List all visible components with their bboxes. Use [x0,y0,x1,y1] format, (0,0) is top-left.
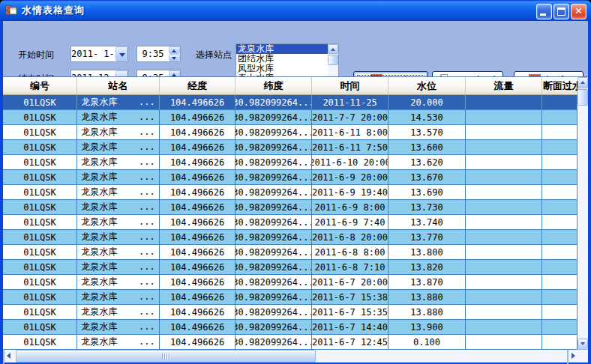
table-cell[interactable]: 30.982099264... [236,245,312,259]
table-cell[interactable]: 104.496626 [160,335,236,349]
table-cell[interactable] [466,155,542,169]
scroll-left-icon[interactable] [3,349,4,364]
table-cell[interactable]: 01LQSK [3,185,77,199]
table-cell[interactable]: 01LQSK [3,275,77,289]
table-cell[interactable]: 龙泉水库 ... [77,215,160,229]
table-cell[interactable]: 104.496626 [160,185,236,199]
table-row[interactable]: 01LQSK龙泉水库 ...104.49662630.982099264...2… [3,215,578,230]
table-cell[interactable]: 2011-6-11 7:50 [312,140,388,154]
table-cell[interactable]: 13.600 [388,140,466,154]
table-cell[interactable]: 30.982099264... [236,155,312,169]
table-cell[interactable]: 13.870 [388,275,466,289]
table-row[interactable]: 01LQSK龙泉水库 ...104.49662630.982099264...2… [3,125,578,140]
table-cell[interactable] [542,260,578,274]
table-row[interactable]: 01LQSK龙泉水库 ...104.49662630.982099264...2… [3,335,578,350]
table-cell[interactable]: 龙泉水库 ... [77,335,160,349]
table-cell[interactable]: 01LQSK [3,170,77,184]
table-cell[interactable]: 01LQSK [3,95,77,109]
vertical-scrollbar[interactable] [578,77,588,350]
table-cell[interactable]: 104.496626 [160,320,236,334]
minimize-button[interactable] [536,4,552,19]
table-cell[interactable]: 01LQSK [3,245,77,259]
table-cell[interactable]: 2011-6-7 20:00 [312,275,388,289]
table-cell[interactable]: 13.730 [388,200,466,214]
table-row[interactable]: 01LQSK龙泉水库 ...104.49662630.982099264...2… [3,200,578,215]
table-cell[interactable] [542,200,578,214]
table-cell[interactable]: 30.982099264... [236,230,312,244]
table-cell[interactable]: 13.740 [388,215,466,229]
column-header[interactable]: 时间 [312,77,388,94]
table-cell[interactable]: 龙泉水库 ... [77,110,160,124]
table-cell[interactable]: 13.690 [388,185,466,199]
table-cell[interactable]: 13.900 [388,320,466,334]
table-cell[interactable]: 2011-6-7 15:35 [312,305,388,319]
start-date-dropdown-icon[interactable] [116,46,128,61]
scroll-right-icon[interactable] [567,349,568,364]
table-cell[interactable] [466,170,542,184]
column-header[interactable]: 纬度 [236,77,312,94]
table-cell[interactable]: 龙泉水库 ... [77,320,160,334]
table-cell[interactable]: 30.982099264... [236,185,312,199]
table-cell[interactable]: 30.982099264... [236,215,312,229]
table-cell[interactable]: 104.496626 [160,230,236,244]
table-cell[interactable] [466,260,542,274]
column-header[interactable]: 断面过水 [542,77,578,94]
table-cell[interactable]: 104.496626 [160,200,236,214]
table-cell[interactable] [466,290,542,304]
table-cell[interactable]: 龙泉水库 ... [77,125,160,139]
table-cell[interactable]: 2011-6-8 8:00 [312,245,388,259]
table-cell[interactable] [466,200,542,214]
table-cell[interactable]: 2011-6-9 19:40 [312,185,388,199]
table-cell[interactable] [542,275,578,289]
table-cell[interactable] [542,110,578,124]
table-cell[interactable]: 30.982099264... [236,170,312,184]
table-cell[interactable]: 2011-6-7 15:38 [312,290,388,304]
table-cell[interactable]: 01LQSK [3,305,77,319]
scroll-up-icon[interactable] [578,77,588,88]
table-cell[interactable] [542,170,578,184]
table-cell[interactable]: 01LQSK [3,290,77,304]
table-cell[interactable]: 104.496626 [160,275,236,289]
table-cell[interactable]: 104.496626 [160,140,236,154]
table-cell[interactable]: 14.530 [388,110,466,124]
table-cell[interactable] [466,275,542,289]
table-cell[interactable]: 30.982099264... [236,260,312,274]
table-cell[interactable]: 01LQSK [3,260,77,274]
table-cell[interactable]: 30.982099264... [236,290,312,304]
table-cell[interactable] [466,110,542,124]
column-header[interactable]: 编号 [3,77,77,94]
table-cell[interactable] [466,320,542,334]
table-cell[interactable]: 2011-11-25 [312,95,388,109]
scroll-thumb[interactable] [328,55,338,65]
table-cell[interactable] [466,335,542,349]
table-cell[interactable] [466,305,542,319]
table-row[interactable]: 01LQSK龙泉水库 ...104.49662630.982099264...2… [3,260,578,275]
table-cell[interactable]: 01LQSK [3,335,77,349]
table-row[interactable]: 01LQSK龙泉水库 ...104.49662630.982099264...2… [3,185,578,200]
table-cell[interactable]: 2011-6-10 20:00 [312,155,388,169]
table-cell[interactable]: 2011-6-9 7:40 [312,215,388,229]
table-cell[interactable]: 2011-6-7 12:45 [312,335,388,349]
table-cell[interactable] [466,215,542,229]
table-cell[interactable]: 2011-6-11 8:00 [312,125,388,139]
table-cell[interactable]: 20.000 [388,95,466,109]
close-button[interactable]: ✕ [571,4,586,19]
table-cell[interactable]: 13.880 [388,305,466,319]
table-cell[interactable]: 104.496626 [160,95,236,109]
table-cell[interactable]: 30.982099264... [236,335,312,349]
column-header[interactable]: 水位 [388,77,466,94]
table-cell[interactable]: 30.982099264... [236,305,312,319]
start-time-down-icon[interactable] [169,54,180,61]
table-cell[interactable]: 104.496626 [160,260,236,274]
table-cell[interactable]: 30.982099264... [236,275,312,289]
table-row[interactable]: 01LQSK龙泉水库 ...104.49662630.982099264...2… [3,245,578,260]
vertical-scroll-thumb[interactable] [578,89,588,106]
table-row[interactable]: 01LQSK龙泉水库 ...104.49662630.982099264...2… [3,320,578,335]
table-cell[interactable]: 104.496626 [160,155,236,169]
table-cell[interactable]: 13.570 [388,125,466,139]
table-cell[interactable]: 01LQSK [3,140,77,154]
table-cell[interactable]: 104.496626 [160,290,236,304]
table-cell[interactable]: 104.496626 [160,215,236,229]
table-cell[interactable] [542,230,578,244]
table-cell[interactable]: 30.982099264... [236,200,312,214]
